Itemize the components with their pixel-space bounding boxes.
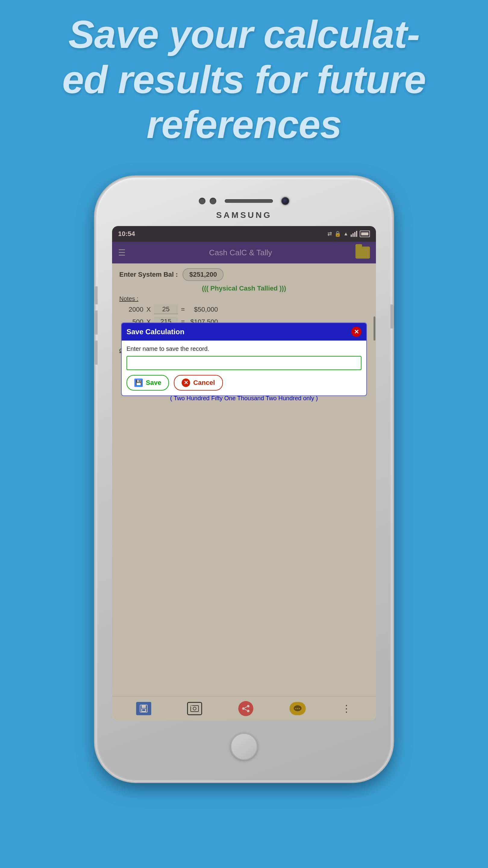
phone-screen: 10:54 ⇄ 🔒 ▲ ☰ C xyxy=(112,226,376,720)
save-button[interactable]: 💾 Save xyxy=(127,375,169,391)
dialog-title: Save Calculation xyxy=(127,328,184,336)
dialog-message: Enter name to save the record. xyxy=(127,345,361,352)
dialog-buttons: 💾 Save ✕ Cancel xyxy=(127,375,361,391)
sensor-dot-2 xyxy=(210,198,216,204)
hero-line2: ed results for future xyxy=(62,58,426,101)
cancel-label: Cancel xyxy=(193,379,215,387)
volume-down-button xyxy=(94,310,98,335)
samsung-logo: SAMSUNG xyxy=(216,210,272,220)
phone-wrapper: SAMSUNG 10:54 ⇄ 🔒 ▲ xyxy=(96,178,392,781)
speaker-grille xyxy=(225,199,273,203)
cancel-button[interactable]: ✕ Cancel xyxy=(174,375,223,391)
sensor-dots xyxy=(199,198,216,204)
hero-line1: Save your calculat- xyxy=(68,12,420,56)
save-dialog: Save Calculation ✕ Enter name to save th… xyxy=(121,322,367,396)
front-camera-lens xyxy=(281,197,289,205)
save-floppy-icon: 💾 xyxy=(134,378,143,387)
home-button[interactable] xyxy=(230,733,258,760)
dialog-overlay: Save Calculation ✕ Enter name to save th… xyxy=(112,226,376,720)
dialog-body: Enter name to save the record. 💾 Save ✕ … xyxy=(122,341,366,396)
hero-line3: references xyxy=(147,102,341,147)
front-camera-area xyxy=(196,193,292,209)
save-name-input[interactable] xyxy=(127,356,361,370)
save-label: Save xyxy=(146,379,161,387)
volume-up-button xyxy=(94,286,98,304)
sensor-dot-1 xyxy=(199,198,205,204)
bixby-button xyxy=(94,341,98,365)
hero-text: Save your calculat- ed results for futur… xyxy=(0,12,488,147)
cancel-x-icon: ✕ xyxy=(182,378,190,387)
power-button xyxy=(390,304,394,329)
dialog-close-button[interactable]: ✕ xyxy=(351,327,361,337)
dialog-header: Save Calculation ✕ xyxy=(122,323,366,341)
